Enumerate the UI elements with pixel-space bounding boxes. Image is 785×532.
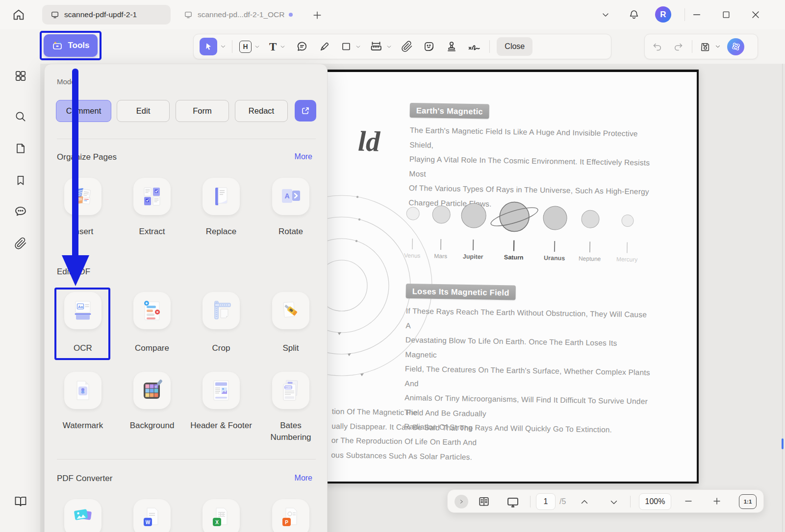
select-tool-button[interactable] (200, 38, 217, 55)
converter-more-link[interactable]: More (295, 474, 312, 483)
zoom-out-button[interactable] (683, 496, 694, 507)
reader-mode-icon (14, 494, 27, 508)
more-label: More (295, 152, 312, 161)
document-tab-icon (183, 10, 193, 20)
close-label: Close (505, 42, 525, 51)
measure-tool-button[interactable] (369, 40, 392, 53)
open-in-new-window-button[interactable] (295, 100, 316, 121)
page-total: /5 (559, 497, 566, 506)
sidebar-item-tools-grid[interactable] (13, 69, 28, 83)
zoom-in-button[interactable] (711, 496, 722, 507)
expand-statusbar-button[interactable] (455, 495, 468, 508)
actual-size-button[interactable]: 1:1 (739, 494, 757, 509)
tile-word-converter[interactable]: W (133, 499, 171, 532)
zoom-level-input[interactable]: 100% (639, 493, 671, 510)
tab-scanned-pdf-ocr[interactable]: scanned-pd...df-2-1_OCR (176, 5, 304, 24)
tile-crop[interactable] (203, 292, 240, 329)
avatar[interactable]: R (655, 6, 671, 23)
tile-watermark[interactable] (64, 372, 101, 409)
planet-label: Uranus (544, 255, 565, 262)
text-tool-button[interactable]: T (269, 41, 286, 52)
next-page-button[interactable] (608, 497, 619, 508)
highlighter-tool-button[interactable] (318, 41, 330, 53)
attachment-tool-button[interactable] (401, 41, 413, 52)
tile-excel-converter[interactable]: X (203, 499, 240, 532)
sticker-tool-button[interactable] (423, 40, 435, 53)
tile-label: Header & Footer (190, 420, 253, 432)
minimize-button[interactable] (688, 7, 705, 23)
compare-icon (140, 299, 164, 322)
mode-edit-button[interactable]: Edit (117, 100, 170, 122)
undo-button[interactable] (652, 41, 663, 52)
mode-redact-button[interactable]: Redact (235, 100, 288, 122)
sidebar-item-attachments[interactable] (13, 236, 28, 251)
tutorial-arrow-head (62, 255, 89, 286)
ppt-converter-icon: P (279, 506, 303, 530)
mode-form-button[interactable]: Form (176, 100, 229, 122)
toolbar-divider (232, 40, 232, 53)
header-footer-icon (209, 379, 233, 402)
signature-tool-button[interactable] (467, 39, 481, 54)
close-window-button[interactable] (747, 7, 764, 23)
tile-compare[interactable] (133, 292, 171, 329)
save-dropdown-button[interactable] (714, 43, 721, 50)
search-icon (14, 110, 27, 123)
zoom-level: 100% (645, 497, 665, 506)
tab-scanned-pdf[interactable]: scanned-pdf-updf-2-1 (42, 5, 171, 24)
apps-grid-icon (14, 70, 27, 82)
page-layout-button[interactable] (477, 495, 491, 508)
mode-comment-button[interactable]: Comment (56, 100, 111, 122)
tools-button[interactable]: Tools (44, 34, 98, 57)
planet-label: Neptune (579, 255, 601, 263)
document-partial-paragraph: tion Of The Magnetic Field And Be Gradua… (331, 404, 538, 465)
tile-bates-numbering[interactable]: 000123 (272, 372, 309, 409)
sidebar-item-comments[interactable] (13, 204, 28, 218)
close-mode-button[interactable]: Close (497, 37, 532, 56)
chevron-down-icon (601, 10, 610, 20)
heading-tool-button[interactable]: H (239, 41, 260, 53)
tabs-dropdown-button[interactable] (597, 7, 614, 23)
save-button[interactable] (699, 41, 711, 53)
presentation-mode-button[interactable] (506, 495, 520, 509)
new-tab-button[interactable] (312, 8, 327, 23)
actual-size-label: 1:1 (744, 499, 752, 505)
sidebar-item-reader-mode[interactable] (13, 494, 28, 508)
tile-image-converter[interactable] (64, 499, 101, 532)
tile-label: Extract (118, 226, 186, 238)
tile-rotate[interactable]: A (272, 178, 309, 215)
tile-ppt-converter[interactable]: P (272, 499, 309, 532)
redo-button[interactable] (672, 41, 684, 52)
tile-background[interactable] (133, 372, 171, 409)
maximize-button[interactable] (718, 7, 734, 23)
home-button[interactable] (12, 7, 28, 23)
comment-tool-button[interactable] (296, 40, 308, 53)
tile-split[interactable] (272, 292, 309, 329)
panel-divider (57, 459, 316, 459)
notifications-button[interactable] (626, 7, 642, 23)
select-tool-dropdown[interactable] (220, 43, 227, 50)
sidebar-item-search[interactable] (13, 109, 28, 124)
chevron-right-icon (458, 498, 465, 505)
tile-header-footer[interactable] (203, 372, 240, 409)
tile-extract[interactable] (133, 178, 171, 215)
previous-page-button[interactable] (579, 497, 590, 508)
tile-insert[interactable] (64, 178, 101, 215)
sidebar-item-bookmarks[interactable] (13, 173, 28, 188)
paperclip-icon (401, 41, 413, 52)
sidebar-item-page-thumbnails[interactable] (13, 141, 28, 156)
excel-converter-icon: X (209, 506, 233, 530)
scrollbar-track[interactable] (782, 64, 783, 532)
rotate-icon: A (279, 185, 303, 208)
tutorial-arrow-shaft (72, 69, 78, 256)
scrollbar-marker[interactable] (782, 438, 784, 449)
shape-tool-button[interactable] (340, 41, 361, 52)
stamp-tool-button[interactable] (445, 40, 458, 53)
tile-replace[interactable] (203, 178, 240, 215)
bell-icon (628, 9, 640, 21)
page-number-input[interactable]: 1 (536, 493, 556, 510)
organize-more-link[interactable]: More (295, 152, 312, 161)
annotation-toolbar: H T Cl (193, 34, 611, 59)
updf-window: scanned-pdf-updf-2-1 scanned-pd...df-2-1… (0, 0, 785, 532)
ai-assistant-button[interactable] (727, 38, 744, 55)
tile-label: Replace (187, 226, 255, 238)
